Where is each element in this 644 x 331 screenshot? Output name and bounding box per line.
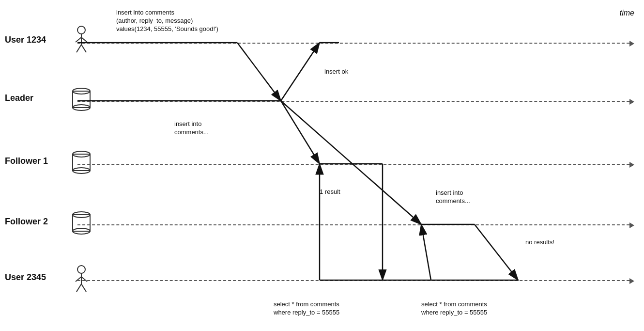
msg-no-results-label: no results! (525, 238, 554, 247)
svg-line-2 (76, 37, 81, 42)
msg-insert-comments2-label: insert intocomments... (436, 189, 470, 205)
svg-line-4 (77, 45, 81, 52)
actor-follower1-icon (72, 149, 91, 174)
arrow-leader-to-user1234 (281, 43, 320, 101)
svg-point-15 (77, 266, 85, 273)
timeline-arrow-follower1 (629, 162, 634, 168)
timeline-arrow-follower2 (629, 222, 634, 228)
arrow-follower2-to-user2345 (475, 224, 518, 280)
actor-leader-label: Leader (5, 93, 33, 103)
timeline-arrow-user1234 (629, 41, 634, 47)
actor-user2345-icon (72, 265, 91, 294)
timeline-arrow-user2345 (629, 278, 634, 284)
arrow-leader-to-follower2 (281, 101, 421, 224)
svg-line-5 (81, 45, 86, 52)
actor-follower1-label: Follower 1 (5, 156, 48, 166)
actor-user1234-icon (72, 25, 91, 54)
actor-user1234-label: User 1234 (5, 35, 46, 45)
timeline-user2345 (77, 280, 629, 281)
msg-insert-comments-label: insert intocomments... (174, 120, 209, 137)
msg-1result-label: 1 result (320, 188, 340, 196)
actor-leader-icon (72, 86, 91, 111)
arrow-user2345-to-follower2 (421, 224, 431, 280)
msg-select1-label: select * from commentswhere reply_to = 5… (274, 300, 339, 317)
svg-line-3 (81, 37, 87, 42)
actor-follower2-icon (72, 210, 91, 235)
svg-line-19 (77, 284, 81, 292)
time-label: time (620, 9, 634, 17)
actor-follower2-label: Follower 2 (5, 217, 48, 227)
timeline-user1234 (77, 43, 629, 44)
timeline-follower1 (77, 164, 629, 165)
msg-insert-label: insert into comments(author, reply_to, m… (116, 9, 218, 33)
timeline-leader (77, 101, 629, 102)
svg-line-20 (81, 284, 86, 292)
actor-user2345-label: User 2345 (5, 272, 46, 283)
arrows-svg (0, 0, 644, 331)
arrow-user1234-to-leader (237, 43, 281, 101)
svg-point-0 (77, 26, 85, 34)
arrow-leader-to-follower1 (281, 101, 320, 164)
timeline-arrow-leader (629, 99, 634, 105)
msg-insert-ok-label: insert ok (324, 68, 348, 76)
timeline-follower2 (77, 224, 629, 225)
msg-select2-label: select * from commentswhere reply_to = 5… (421, 300, 487, 317)
diagram: time User 1234 Leader Follower 1 Followe… (0, 0, 644, 331)
